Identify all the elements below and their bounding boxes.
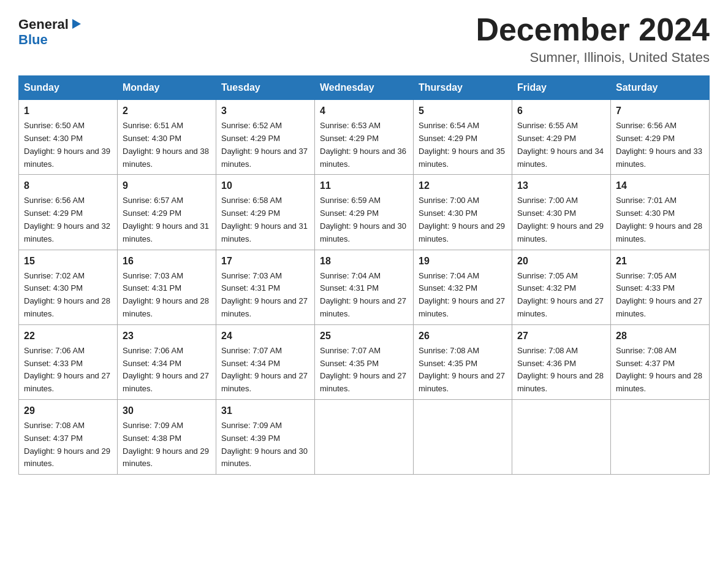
svg-marker-0 (72, 19, 81, 29)
day-number: 3 (221, 104, 309, 118)
week-row-1: 1Sunrise: 6:50 AMSunset: 4:30 PMDaylight… (19, 100, 710, 175)
col-header-monday: Monday (118, 76, 216, 100)
day-cell-2: 2Sunrise: 6:51 AMSunset: 4:30 PMDaylight… (118, 100, 216, 175)
page-header: General Blue December 2024 Sumner, Illin… (18, 12, 710, 66)
day-cell-21: 21Sunrise: 7:05 AMSunset: 4:33 PMDayligh… (611, 250, 710, 324)
day-cell-10: 10Sunrise: 6:58 AMSunset: 4:29 PMDayligh… (216, 175, 315, 250)
title-block: December 2024 Sumner, Illinois, United S… (476, 12, 710, 66)
day-info: Sunrise: 7:01 AMSunset: 4:30 PMDaylight:… (616, 196, 702, 243)
day-info: Sunrise: 7:09 AMSunset: 4:38 PMDaylight:… (123, 421, 209, 468)
day-number: 26 (419, 329, 507, 343)
day-cell-24: 24Sunrise: 7:07 AMSunset: 4:34 PMDayligh… (216, 324, 315, 399)
day-number: 4 (320, 104, 408, 118)
day-info: Sunrise: 7:06 AMSunset: 4:33 PMDaylight:… (24, 346, 110, 393)
day-cell-8: 8Sunrise: 6:56 AMSunset: 4:29 PMDaylight… (19, 175, 118, 250)
day-info: Sunrise: 6:59 AMSunset: 4:29 PMDaylight:… (320, 196, 406, 243)
day-info: Sunrise: 7:00 AMSunset: 4:30 PMDaylight:… (419, 196, 505, 243)
day-number: 11 (320, 178, 408, 193)
day-number: 18 (320, 254, 408, 269)
col-header-friday: Friday (512, 76, 611, 100)
day-cell-11: 11Sunrise: 6:59 AMSunset: 4:29 PMDayligh… (315, 175, 414, 250)
day-info: Sunrise: 7:03 AMSunset: 4:31 PMDaylight:… (123, 271, 209, 318)
day-cell-20: 20Sunrise: 7:05 AMSunset: 4:32 PMDayligh… (512, 250, 611, 324)
day-number: 2 (123, 104, 211, 118)
day-number: 23 (123, 329, 211, 343)
day-cell-12: 12Sunrise: 7:00 AMSunset: 4:30 PMDayligh… (414, 175, 512, 250)
day-number: 17 (221, 254, 309, 269)
day-cell-28: 28Sunrise: 7:08 AMSunset: 4:37 PMDayligh… (611, 324, 710, 399)
empty-cell (414, 399, 512, 474)
day-cell-22: 22Sunrise: 7:06 AMSunset: 4:33 PMDayligh… (19, 324, 118, 399)
day-cell-3: 3Sunrise: 6:52 AMSunset: 4:29 PMDaylight… (216, 100, 315, 175)
day-cell-29: 29Sunrise: 7:08 AMSunset: 4:37 PMDayligh… (19, 399, 118, 474)
day-cell-4: 4Sunrise: 6:53 AMSunset: 4:29 PMDaylight… (315, 100, 414, 175)
day-info: Sunrise: 6:56 AMSunset: 4:29 PMDaylight:… (616, 121, 702, 168)
day-cell-18: 18Sunrise: 7:04 AMSunset: 4:31 PMDayligh… (315, 250, 414, 324)
day-info: Sunrise: 7:02 AMSunset: 4:30 PMDaylight:… (24, 271, 110, 318)
day-cell-17: 17Sunrise: 7:03 AMSunset: 4:31 PMDayligh… (216, 250, 315, 324)
empty-cell (611, 399, 710, 474)
day-info: Sunrise: 7:04 AMSunset: 4:31 PMDaylight:… (320, 271, 406, 318)
day-number: 22 (24, 329, 112, 343)
day-cell-23: 23Sunrise: 7:06 AMSunset: 4:34 PMDayligh… (118, 324, 216, 399)
day-info: Sunrise: 7:08 AMSunset: 4:37 PMDaylight:… (24, 421, 110, 468)
day-info: Sunrise: 6:50 AMSunset: 4:30 PMDaylight:… (24, 121, 110, 168)
day-info: Sunrise: 6:51 AMSunset: 4:30 PMDaylight:… (123, 121, 209, 168)
day-number: 7 (616, 104, 704, 118)
day-number: 12 (419, 178, 507, 193)
week-row-5: 29Sunrise: 7:08 AMSunset: 4:37 PMDayligh… (19, 399, 710, 474)
day-cell-19: 19Sunrise: 7:04 AMSunset: 4:32 PMDayligh… (414, 250, 512, 324)
day-number: 21 (616, 254, 704, 269)
day-info: Sunrise: 7:05 AMSunset: 4:32 PMDaylight:… (517, 271, 604, 318)
day-cell-6: 6Sunrise: 6:55 AMSunset: 4:29 PMDaylight… (512, 100, 611, 175)
day-cell-31: 31Sunrise: 7:09 AMSunset: 4:39 PMDayligh… (216, 399, 315, 474)
day-number: 28 (616, 329, 704, 343)
calendar-table: SundayMondayTuesdayWednesdayThursdayFrid… (18, 75, 710, 475)
day-number: 8 (24, 178, 112, 193)
logo-general: General (18, 17, 69, 32)
day-number: 25 (320, 329, 408, 343)
month-title: December 2024 (476, 12, 710, 47)
col-header-saturday: Saturday (611, 76, 710, 100)
col-header-thursday: Thursday (414, 76, 512, 100)
col-header-wednesday: Wednesday (315, 76, 414, 100)
day-number: 30 (123, 404, 211, 418)
day-number: 1 (24, 104, 112, 118)
week-row-2: 8Sunrise: 6:56 AMSunset: 4:29 PMDaylight… (19, 175, 710, 250)
day-number: 6 (517, 104, 605, 118)
day-info: Sunrise: 7:08 AMSunset: 4:35 PMDaylight:… (419, 346, 505, 393)
day-number: 27 (517, 329, 605, 343)
day-cell-14: 14Sunrise: 7:01 AMSunset: 4:30 PMDayligh… (611, 175, 710, 250)
day-info: Sunrise: 7:07 AMSunset: 4:34 PMDaylight:… (221, 346, 308, 393)
day-info: Sunrise: 7:09 AMSunset: 4:39 PMDaylight:… (221, 421, 308, 468)
day-number: 15 (24, 254, 112, 269)
day-cell-7: 7Sunrise: 6:56 AMSunset: 4:29 PMDaylight… (611, 100, 710, 175)
week-row-4: 22Sunrise: 7:06 AMSunset: 4:33 PMDayligh… (19, 324, 710, 399)
day-info: Sunrise: 7:08 AMSunset: 4:36 PMDaylight:… (517, 346, 604, 393)
day-info: Sunrise: 6:57 AMSunset: 4:29 PMDaylight:… (123, 196, 209, 243)
col-header-tuesday: Tuesday (216, 76, 315, 100)
day-info: Sunrise: 6:52 AMSunset: 4:29 PMDaylight:… (221, 121, 308, 168)
day-info: Sunrise: 7:06 AMSunset: 4:34 PMDaylight:… (123, 346, 209, 393)
day-cell-30: 30Sunrise: 7:09 AMSunset: 4:38 PMDayligh… (118, 399, 216, 474)
header-row: SundayMondayTuesdayWednesdayThursdayFrid… (19, 76, 710, 100)
day-info: Sunrise: 7:07 AMSunset: 4:35 PMDaylight:… (320, 346, 406, 393)
day-info: Sunrise: 6:54 AMSunset: 4:29 PMDaylight:… (419, 121, 505, 168)
day-number: 31 (221, 404, 309, 418)
day-info: Sunrise: 7:03 AMSunset: 4:31 PMDaylight:… (221, 271, 308, 318)
day-number: 19 (419, 254, 507, 269)
day-number: 24 (221, 329, 309, 343)
day-cell-9: 9Sunrise: 6:57 AMSunset: 4:29 PMDaylight… (118, 175, 216, 250)
day-cell-27: 27Sunrise: 7:08 AMSunset: 4:36 PMDayligh… (512, 324, 611, 399)
day-number: 5 (419, 104, 507, 118)
day-cell-13: 13Sunrise: 7:00 AMSunset: 4:30 PMDayligh… (512, 175, 611, 250)
day-number: 20 (517, 254, 605, 269)
day-cell-1: 1Sunrise: 6:50 AMSunset: 4:30 PMDaylight… (19, 100, 118, 175)
day-info: Sunrise: 7:04 AMSunset: 4:32 PMDaylight:… (419, 271, 505, 318)
col-header-sunday: Sunday (19, 76, 118, 100)
day-number: 9 (123, 178, 211, 193)
day-info: Sunrise: 6:58 AMSunset: 4:29 PMDaylight:… (221, 196, 308, 243)
day-cell-26: 26Sunrise: 7:08 AMSunset: 4:35 PMDayligh… (414, 324, 512, 399)
day-cell-25: 25Sunrise: 7:07 AMSunset: 4:35 PMDayligh… (315, 324, 414, 399)
empty-cell (512, 399, 611, 474)
